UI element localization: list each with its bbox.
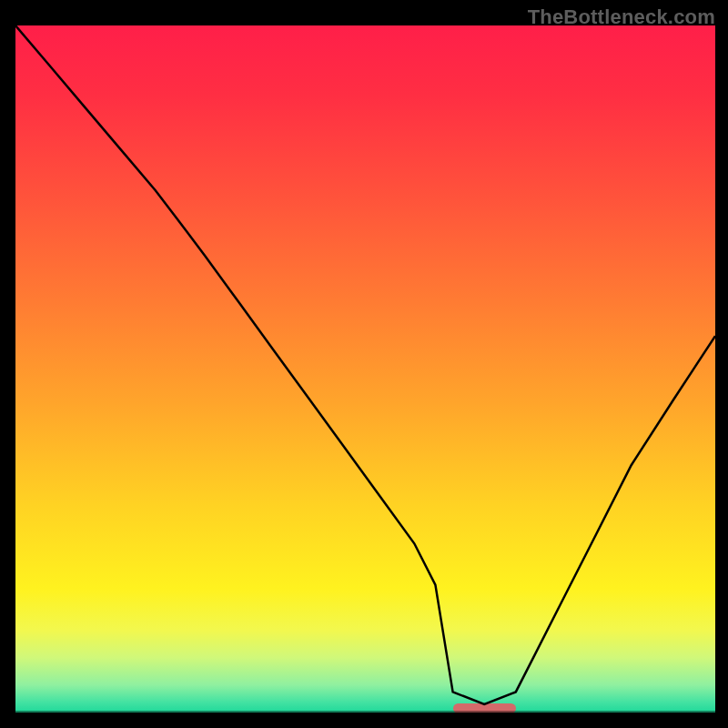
svg-rect-0 [15,25,715,713]
gradient-background [15,25,715,713]
baseline [15,711,715,713]
plot-area [15,25,715,713]
chart-stage: TheBottleneck.com [0,0,728,728]
